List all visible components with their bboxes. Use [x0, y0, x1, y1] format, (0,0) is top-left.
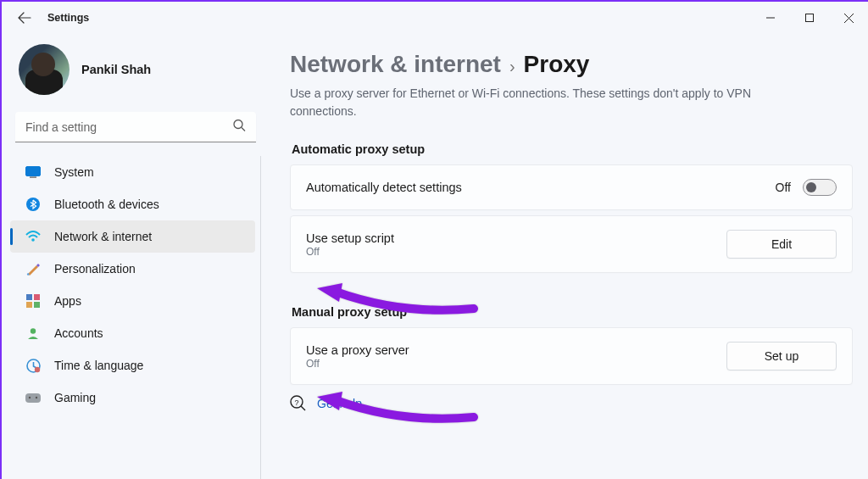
sidebar-item-label: Personalization: [54, 262, 136, 276]
breadcrumb-parent[interactable]: Network & internet: [290, 51, 501, 78]
section-header-auto: Automatic proxy setup: [292, 142, 853, 156]
title-bar: Settings: [2, 2, 868, 34]
help-icon: ?: [290, 395, 307, 412]
svg-point-2: [234, 120, 242, 129]
setup-button[interactable]: Set up: [726, 342, 837, 370]
sidebar-item-personalization[interactable]: Personalization: [10, 253, 255, 285]
avatar: [19, 44, 70, 95]
accounts-icon: [25, 326, 41, 341]
get-help-row[interactable]: ? Get help: [290, 395, 853, 412]
sidebar-item-label: Network & internet: [54, 230, 152, 243]
minimize-icon: [766, 14, 775, 22]
gaming-icon: [25, 390, 41, 405]
svg-rect-5: [30, 177, 36, 178]
setup-script-label: Use setup script: [306, 231, 394, 245]
close-button[interactable]: [829, 4, 868, 31]
system-icon: [25, 164, 41, 180]
sidebar-item-label: Time & language: [54, 359, 143, 372]
sidebar-item-bluetooth[interactable]: Bluetooth & devices: [10, 188, 255, 220]
apps-icon: [25, 293, 41, 309]
svg-point-7: [31, 238, 35, 242]
auto-detect-label: Automatically detect settings: [306, 181, 462, 194]
sidebar-item-label: System: [54, 165, 94, 179]
close-icon: [844, 14, 854, 23]
card-auto-detect: Automatically detect settings Off: [290, 164, 853, 210]
page-subtitle: Use a proxy server for Ethernet or Wi-Fi…: [290, 85, 790, 120]
svg-rect-10: [34, 294, 40, 300]
svg-point-16: [29, 396, 31, 398]
main-content: Network & internet › Proxy Use a proxy s…: [264, 34, 868, 479]
back-arrow-icon: [18, 11, 31, 25]
sidebar: Pankil Shah System Bluetooth & devices N…: [2, 34, 264, 479]
search-icon: [233, 120, 246, 136]
get-help-link[interactable]: Get help: [317, 397, 362, 410]
svg-rect-9: [26, 294, 32, 300]
page-title: Proxy: [524, 51, 590, 78]
chevron-right-icon: ›: [509, 57, 515, 76]
svg-text:?: ?: [294, 398, 298, 407]
section-header-manual: Manual proxy setup: [292, 305, 853, 319]
wifi-icon: [25, 229, 41, 244]
svg-rect-11: [26, 302, 32, 308]
use-proxy-label: Use a proxy server: [306, 343, 409, 357]
card-setup-script: Use setup script Off Edit: [290, 215, 853, 273]
sidebar-item-label: Apps: [54, 294, 81, 308]
search-input[interactable]: [15, 112, 256, 142]
svg-point-8: [27, 273, 30, 276]
svg-point-17: [36, 396, 37, 398]
svg-rect-4: [26, 167, 41, 176]
breadcrumb: Network & internet › Proxy: [290, 51, 853, 78]
auto-detect-state: Off: [776, 181, 791, 194]
personalization-icon: [25, 261, 41, 276]
sidebar-item-label: Bluetooth & devices: [54, 198, 159, 211]
sidebar-item-accounts[interactable]: Accounts: [10, 317, 255, 349]
sidebar-item-gaming[interactable]: Gaming: [10, 382, 255, 414]
auto-detect-toggle[interactable]: [803, 179, 837, 196]
user-name: Pankil Shah: [81, 63, 151, 76]
window-controls: [751, 4, 868, 31]
minimize-button[interactable]: [751, 4, 790, 31]
maximize-button[interactable]: [790, 4, 829, 31]
use-proxy-state: Off: [306, 358, 409, 370]
profile-block[interactable]: Pankil Shah: [10, 41, 261, 109]
svg-point-15: [34, 366, 39, 371]
sidebar-item-label: Accounts: [54, 326, 103, 340]
search-wrap: [15, 112, 256, 142]
title-bar-left: Settings: [17, 10, 89, 25]
setup-script-state: Off: [306, 246, 394, 258]
svg-point-13: [31, 328, 36, 333]
sidebar-item-network[interactable]: Network & internet: [10, 220, 255, 253]
window-title: Settings: [47, 12, 89, 24]
nav-list: System Bluetooth & devices Network & int…: [10, 156, 261, 479]
svg-rect-1: [806, 14, 814, 22]
sidebar-item-time[interactable]: Time & language: [10, 349, 255, 382]
sidebar-item-system[interactable]: System: [10, 156, 255, 188]
svg-rect-12: [34, 302, 40, 308]
sidebar-item-label: Gaming: [54, 391, 96, 404]
card-use-proxy: Use a proxy server Off Set up: [290, 327, 853, 385]
svg-line-3: [242, 128, 245, 131]
bluetooth-icon: [25, 197, 41, 212]
sidebar-item-apps[interactable]: Apps: [10, 285, 255, 317]
edit-button[interactable]: Edit: [726, 230, 837, 259]
maximize-icon: [805, 14, 814, 22]
time-language-icon: [25, 358, 41, 373]
back-button[interactable]: [17, 10, 32, 25]
